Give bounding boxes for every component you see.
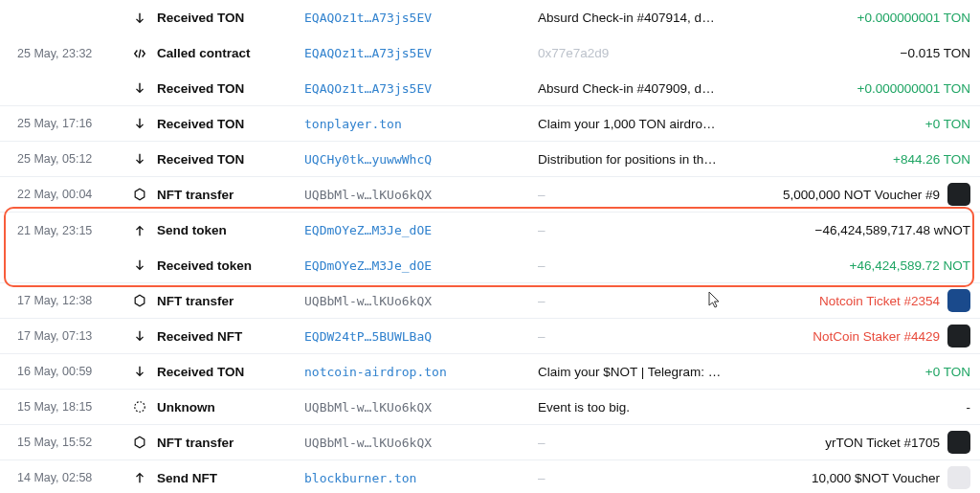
tx-amount: +0.000000001 TON — [731, 81, 970, 96]
tx-action: Received TON — [132, 116, 304, 131]
transaction-row[interactable]: 15 May, 18:15UnknownUQBbMl-w…lKUo6kQXEve… — [0, 390, 980, 425]
tx-amount-value: +46,424,589.72 NOT — [850, 258, 970, 273]
dashed-icon — [132, 399, 147, 415]
tx-note: – — [538, 471, 731, 485]
tx-action-label: Received TON — [157, 117, 244, 131]
tx-note: Absurd Check-in #407909, day 19 — [538, 81, 731, 96]
tx-note: Distribution for positions in the Not… — [538, 152, 731, 167]
tx-amount-value: +0.000000001 TON — [858, 81, 970, 96]
tx-action: Received TON — [132, 151, 304, 167]
tx-action-label: Received TON — [157, 152, 244, 167]
arrow-down-icon — [132, 116, 147, 131]
tx-address: UQBbMl-w…lKUo6kQX — [304, 188, 538, 202]
tx-amount-value: 5,000,000 NOT Voucher #9 — [783, 188, 940, 202]
tx-address[interactable]: EQAQOz1t…A73js5EV — [304, 46, 538, 60]
transaction-row[interactable]: 25 May, 17:16Received TONtonplayer.tonCl… — [0, 106, 980, 142]
transaction-row[interactable]: Received TONEQAQOz1t…A73js5EVAbsurd Chec… — [0, 71, 980, 106]
tx-amount-value: −46,424,589,717.48 wNOT — [815, 223, 971, 237]
transaction-row[interactable]: 21 May, 23:15Send tokenEQDmOYeZ…M3Je_dOE… — [0, 213, 980, 248]
nft-thumbnail-icon — [947, 466, 970, 489]
tx-amount-value: +0.000000001 TON — [858, 11, 970, 25]
arrow-down-icon — [132, 151, 147, 167]
tx-action: NFT transfer — [132, 435, 304, 450]
tx-address[interactable]: notcoin-airdrop.ton — [304, 365, 538, 379]
tx-action: Received TON — [132, 80, 304, 96]
tx-amount: +0 TON — [731, 365, 970, 379]
tx-amount: - — [731, 400, 970, 415]
tx-address: UQBbMl-w…lKUo6kQX — [304, 436, 538, 450]
transaction-row[interactable]: 25 May, 23:32Called contractEQAQOz1t…A73… — [0, 35, 980, 71]
tx-action-label: Called contract — [157, 46, 251, 60]
tx-address[interactable]: EQAQOz1t…A73js5EV — [304, 11, 538, 25]
tx-action-label: NFT transfer — [157, 436, 234, 450]
transaction-row[interactable]: Received tokenEQDmOYeZ…M3Je_dOE–+46,424,… — [0, 248, 980, 283]
tx-action-label: NFT transfer — [157, 294, 234, 308]
tx-amount-value: +0 TON — [925, 365, 970, 379]
arrow-up-icon — [132, 470, 147, 485]
tx-timestamp: 17 May, 07:13 — [17, 329, 132, 343]
transaction-row[interactable]: Received TONEQAQOz1t…A73js5EVAbsurd Chec… — [0, 0, 980, 35]
transaction-row[interactable]: 15 May, 15:52NFT transferUQBbMl-w…lKUo6k… — [0, 425, 980, 460]
tx-note: 0x77e7a2d9 — [538, 46, 731, 60]
transaction-row[interactable]: 22 May, 00:04NFT transferUQBbMl-w…lKUo6k… — [0, 177, 980, 213]
tx-timestamp: 21 May, 23:15 — [17, 224, 132, 237]
tx-address[interactable]: EQDmOYeZ…M3Je_dOE — [304, 223, 538, 237]
hex-icon — [132, 187, 147, 202]
tx-action-label: Send NFT — [157, 471, 217, 485]
transaction-list: Received TONEQAQOz1t…A73js5EVAbsurd Chec… — [0, 0, 980, 493]
tx-address[interactable]: EQDmOYeZ…M3Je_dOE — [304, 258, 538, 273]
tx-timestamp: 25 May, 05:12 — [17, 152, 132, 166]
tx-action: Send token — [132, 223, 304, 238]
arrow-up-icon — [132, 223, 147, 238]
transaction-row[interactable]: 14 May, 02:58Send NFTblockburner.ton–10,… — [0, 460, 980, 493]
arrow-down-icon — [132, 11, 147, 26]
tx-address: UQBbMl-w…lKUo6kQX — [304, 294, 538, 308]
tx-action: Received NFT — [132, 328, 304, 344]
tx-address[interactable]: blockburner.ton — [304, 471, 538, 485]
tx-address[interactable]: EQAQOz1t…A73js5EV — [304, 81, 538, 96]
transaction-row[interactable]: 17 May, 12:38NFT transferUQBbMl-w…lKUo6k… — [0, 283, 980, 319]
tx-amount: yrTON Ticket #1705 — [731, 431, 970, 454]
tx-timestamp: 22 May, 00:04 — [17, 188, 132, 201]
arrow-down-icon — [132, 258, 147, 273]
tx-action-label: Received NFT — [157, 329, 242, 344]
tx-address: UQBbMl-w…lKUo6kQX — [304, 400, 538, 415]
transaction-row[interactable]: 17 May, 07:13Received NFTEQDW24tP…5BUWLB… — [0, 319, 980, 354]
tx-timestamp: 25 May, 23:32 — [17, 47, 132, 60]
transaction-row[interactable]: 25 May, 05:12Received TONUQCHy0tk…yuwwWh… — [0, 142, 980, 177]
tx-amount-value: NotCoin Staker #4429 — [813, 329, 940, 344]
tx-timestamp: 25 May, 17:16 — [17, 117, 132, 130]
transaction-row[interactable]: 16 May, 00:59Received TONnotcoin-airdrop… — [0, 354, 980, 390]
tx-action: Called contract — [132, 46, 304, 61]
tx-amount-value: - — [967, 400, 971, 415]
tx-action-label: Send token — [157, 223, 227, 237]
nft-thumbnail-icon — [947, 289, 970, 312]
tx-address[interactable]: tonplayer.ton — [304, 117, 538, 131]
tx-timestamp: 17 May, 12:38 — [17, 294, 132, 307]
tx-amount: −46,424,589,717.48 wNOT — [731, 223, 970, 237]
tx-timestamp: 15 May, 18:15 — [17, 400, 132, 414]
tx-note: – — [538, 436, 731, 450]
tx-note: – — [538, 294, 731, 308]
nft-thumbnail-icon — [947, 325, 970, 347]
tx-address[interactable]: EQDW24tP…5BUWLBaQ — [304, 329, 538, 344]
hex-icon — [132, 293, 147, 308]
arrow-down-icon — [132, 328, 147, 344]
tx-action: Received token — [132, 258, 304, 273]
tx-amount: +0.000000001 TON — [731, 11, 970, 25]
tx-amount-value: +0 TON — [925, 117, 970, 131]
tx-amount-value: yrTON Ticket #1705 — [825, 436, 940, 450]
tx-note: – — [538, 223, 731, 237]
svg-point-0 — [135, 402, 145, 413]
tx-action: Send NFT — [132, 470, 304, 485]
tx-action: Received TON — [132, 364, 304, 379]
tx-note: Claim your $NOT | Telegram: 'notco… — [538, 365, 731, 379]
tx-address[interactable]: UQCHy0tk…yuwwWhcQ — [304, 152, 538, 167]
tx-amount: 5,000,000 NOT Voucher #9 — [731, 183, 970, 206]
tx-action-label: Received TON — [157, 11, 244, 25]
tx-amount-value: Notcoin Ticket #2354 — [819, 294, 940, 308]
tx-action: NFT transfer — [132, 293, 304, 308]
tx-amount: NotCoin Staker #4429 — [731, 325, 970, 347]
tx-timestamp: 15 May, 15:52 — [17, 436, 132, 449]
nft-thumbnail-icon — [947, 183, 970, 206]
